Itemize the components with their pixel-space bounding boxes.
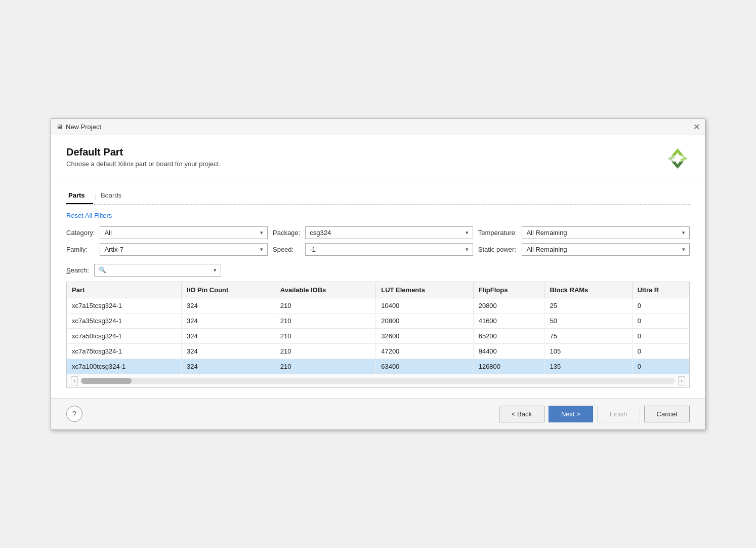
- finish-button: Finish: [597, 406, 640, 422]
- tab-parts[interactable]: Parts: [66, 188, 93, 204]
- svg-marker-1: [671, 162, 684, 169]
- family-arrow-icon: ▾: [260, 246, 263, 253]
- table-row[interactable]: xc7a50tcsg324-13242103260065200750: [67, 328, 689, 343]
- speed-value: -1: [310, 246, 316, 253]
- reset-filters-link[interactable]: Reset All Filters: [66, 212, 112, 219]
- table-body: xc7a15tcsg324-13242101040020800250xc7a35…: [67, 298, 689, 374]
- flipflops-cell: 94400: [473, 343, 544, 359]
- search-dropdown-arrow-icon[interactable]: ▾: [214, 267, 217, 273]
- tab-divider: |: [95, 192, 97, 200]
- titlebar-left: 🖥 New Project: [56, 123, 101, 131]
- flipflops-cell: 126800: [473, 359, 544, 374]
- temperature-label: Temperature:: [478, 229, 517, 237]
- part-cell: xc7a35tcsg324-1: [67, 313, 182, 328]
- part-cell: xc7a100tcsg324-1: [67, 359, 182, 374]
- table-row[interactable]: xc7a100tcsg324-1324210634001268001350: [67, 359, 689, 374]
- flipflops-cell: 20800: [473, 298, 544, 313]
- available-iobs-cell: 210: [275, 343, 375, 359]
- category-select[interactable]: All ▾: [100, 226, 268, 239]
- back-button[interactable]: < Back: [499, 406, 544, 422]
- search-label: Search:: [66, 266, 89, 274]
- xilinx-logo-icon: [665, 146, 690, 171]
- header-text: Default Part Choose a default Xilinx par…: [66, 146, 221, 168]
- svg-marker-2: [667, 154, 675, 163]
- static-power-value: All Remaining: [526, 246, 567, 253]
- static-power-select[interactable]: All Remaining ▾: [522, 243, 690, 256]
- help-button[interactable]: ?: [66, 406, 82, 422]
- col-block-rams: Block RAMs: [544, 282, 632, 298]
- table-row[interactable]: xc7a75tcsg324-132421047200944001050: [67, 343, 689, 359]
- scroll-track[interactable]: [81, 378, 676, 384]
- ultra-r-cell: 0: [632, 298, 689, 313]
- cancel-button[interactable]: Cancel: [644, 406, 690, 422]
- parts-table: Part I/O Pin Count Available IOBs LUT El…: [66, 282, 690, 388]
- available-iobs-cell: 210: [275, 359, 375, 374]
- col-part: Part: [67, 282, 182, 298]
- package-label: Package:: [273, 229, 300, 237]
- page-subtitle: Choose a default Xilinx part or board fo…: [66, 160, 221, 168]
- package-value: csg324: [310, 229, 331, 237]
- speed-select[interactable]: -1 ▾: [305, 243, 473, 256]
- available-iobs-cell: 210: [275, 313, 375, 328]
- col-lut-elements: LUT Elements: [376, 282, 473, 298]
- speed-label: Speed:: [273, 246, 300, 253]
- io-pin-count-cell: 324: [182, 359, 275, 374]
- temperature-value: All Remaining: [526, 229, 567, 237]
- part-cell: xc7a50tcsg324-1: [67, 328, 182, 343]
- package-select[interactable]: csg324 ▾: [305, 226, 473, 239]
- part-cell: xc7a15tcsg324-1: [67, 298, 182, 313]
- io-pin-count-cell: 324: [182, 298, 275, 313]
- category-value: All: [104, 229, 111, 237]
- speed-arrow-icon: ▾: [466, 246, 469, 253]
- window-icon: 🖥: [56, 123, 63, 131]
- col-flipflops: FlipFlops: [473, 282, 544, 298]
- search-row: Search: 🔍 ▾: [66, 264, 690, 277]
- svg-marker-3: [681, 154, 688, 163]
- next-button[interactable]: Next >: [549, 406, 593, 422]
- ultra-r-cell: 0: [632, 343, 689, 359]
- close-button[interactable]: ✕: [693, 122, 700, 132]
- search-box[interactable]: 🔍 ▾: [94, 264, 221, 277]
- scroll-thumb[interactable]: [81, 378, 132, 384]
- lut-elements-cell: 47200: [376, 343, 473, 359]
- block-rams-cell: 50: [544, 313, 632, 328]
- footer-buttons: < Back Next > Finish Cancel: [499, 406, 690, 422]
- block-rams-cell: 135: [544, 359, 632, 374]
- package-arrow-icon: ▾: [466, 229, 469, 236]
- scroll-right-button[interactable]: ›: [678, 376, 685, 385]
- lut-elements-cell: 63400: [376, 359, 473, 374]
- tab-content: Reset All Filters Category: All ▾ Packag…: [66, 204, 690, 388]
- flipflops-cell: 65200: [473, 328, 544, 343]
- static-power-label: Static power:: [478, 246, 517, 253]
- horizontal-scrollbar[interactable]: ‹ ›: [67, 374, 689, 387]
- available-iobs-cell: 210: [275, 298, 375, 313]
- logo: [665, 146, 690, 171]
- search-input[interactable]: [109, 266, 211, 274]
- svg-marker-0: [671, 148, 684, 155]
- lut-elements-cell: 20800: [376, 313, 473, 328]
- category-arrow-icon: ▾: [260, 229, 263, 236]
- col-io-pin-count: I/O Pin Count: [182, 282, 275, 298]
- static-power-arrow-icon: ▾: [682, 246, 685, 253]
- main-window: 🖥 New Project ✕ Default Part Choose a de…: [51, 119, 705, 430]
- table-header-row: Part I/O Pin Count Available IOBs LUT El…: [67, 282, 689, 298]
- table-scroll-area[interactable]: Part I/O Pin Count Available IOBs LUT El…: [67, 282, 689, 374]
- main-content: Parts | Boards Reset All Filters Categor…: [51, 180, 705, 398]
- table-row[interactable]: xc7a35tcsg324-13242102080041600500: [67, 313, 689, 328]
- col-ultra-r: Ultra R: [632, 282, 689, 298]
- filters-grid: Category: All ▾ Package: csg324 ▾ Temper…: [66, 226, 690, 256]
- io-pin-count-cell: 324: [182, 328, 275, 343]
- family-select[interactable]: Artix-7 ▾: [100, 243, 268, 256]
- scroll-left-button[interactable]: ‹: [71, 376, 78, 385]
- tab-boards[interactable]: Boards: [99, 188, 130, 204]
- family-label: Family:: [66, 246, 95, 253]
- block-rams-cell: 75: [544, 328, 632, 343]
- ultra-r-cell: 0: [632, 359, 689, 374]
- block-rams-cell: 105: [544, 343, 632, 359]
- part-cell: xc7a75tcsg324-1: [67, 343, 182, 359]
- io-pin-count-cell: 324: [182, 343, 275, 359]
- family-value: Artix-7: [104, 246, 123, 253]
- temperature-select[interactable]: All Remaining ▾: [522, 226, 690, 239]
- lut-elements-cell: 10400: [376, 298, 473, 313]
- table-row[interactable]: xc7a15tcsg324-13242101040020800250: [67, 298, 689, 313]
